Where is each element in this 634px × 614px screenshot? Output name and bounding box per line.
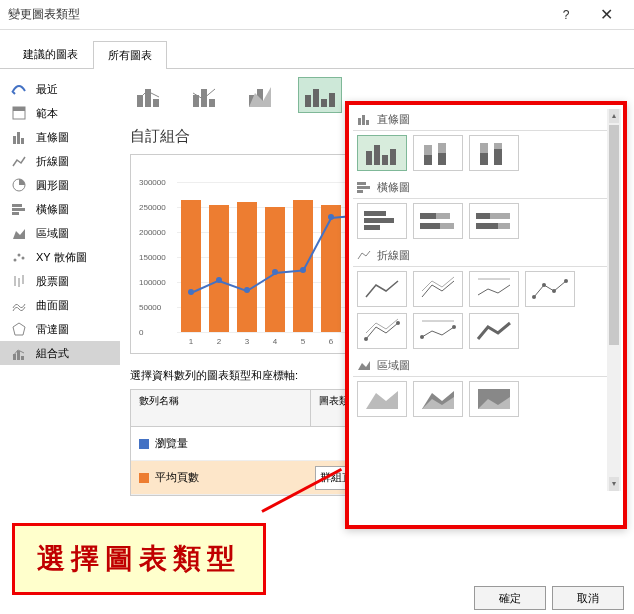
chart-option-area[interactable] — [357, 381, 407, 417]
sidebar-item-label: 折線圖 — [36, 154, 69, 169]
svg-rect-36 — [366, 151, 372, 165]
chart-option-100stacked-line[interactable] — [469, 271, 519, 307]
combo-subtype-1[interactable] — [130, 77, 174, 113]
sidebar-item-combo[interactable]: 組合式 — [0, 341, 120, 365]
scroll-up-icon[interactable]: ▴ — [609, 109, 619, 123]
scrollbar-thumb[interactable] — [609, 125, 619, 345]
sidebar-item-column[interactable]: 直條圖 — [0, 125, 120, 149]
chart-option-stacked-line-markers[interactable] — [357, 313, 407, 349]
svg-rect-31 — [321, 99, 327, 107]
tab-all[interactable]: 所有圖表 — [93, 41, 167, 69]
sidebar-item-surface[interactable]: 曲面圖 — [0, 293, 120, 317]
svg-rect-52 — [364, 218, 394, 223]
dropdown-scrollbar[interactable]: ▴ ▾ — [607, 109, 621, 491]
sidebar-item-label: 橫條圖 — [36, 202, 69, 217]
chart-option-stacked-bar[interactable] — [413, 203, 463, 239]
chart-option-line-markers[interactable] — [525, 271, 575, 307]
cancel-button[interactable]: 取消 — [552, 586, 624, 610]
svg-rect-18 — [17, 351, 20, 360]
bar-chart-icon — [10, 201, 28, 217]
svg-point-69 — [452, 325, 456, 329]
area-chart-icon — [357, 359, 371, 373]
bar-chart-icon — [357, 181, 371, 195]
help-button[interactable]: ? — [546, 1, 586, 29]
chart-option-stacked-line[interactable] — [413, 271, 463, 307]
ok-button[interactable]: 確定 — [474, 586, 546, 610]
dropdown-group-label: 直條圖 — [377, 112, 410, 127]
chart-option-clustered-column[interactable] — [357, 135, 407, 171]
svg-rect-39 — [390, 149, 396, 165]
sidebar-item-label: 曲面圖 — [36, 298, 69, 313]
combo-subtype-custom[interactable] — [298, 77, 342, 113]
svg-rect-55 — [420, 213, 436, 219]
chart-option-100stacked-line-markers[interactable] — [413, 313, 463, 349]
svg-rect-32 — [329, 93, 335, 107]
svg-point-67 — [396, 321, 400, 325]
sidebar-item-label: 區域圖 — [36, 226, 69, 241]
chart-option-100stacked-column[interactable] — [469, 135, 519, 171]
series-color-swatch — [139, 473, 149, 483]
chart-option-3d-line[interactable] — [469, 313, 519, 349]
svg-rect-8 — [12, 212, 19, 215]
svg-rect-49 — [357, 186, 370, 189]
pie-chart-icon — [10, 177, 28, 193]
svg-point-12 — [22, 257, 25, 260]
svg-rect-51 — [364, 211, 386, 216]
svg-marker-9 — [13, 229, 25, 239]
sidebar-item-templates[interactable]: 範本 — [0, 101, 120, 125]
column-chart-icon — [10, 129, 28, 145]
sidebar-item-line[interactable]: 折線圖 — [0, 149, 120, 173]
svg-rect-45 — [480, 153, 488, 165]
svg-point-68 — [420, 335, 424, 339]
svg-rect-35 — [366, 120, 369, 125]
scroll-down-icon[interactable]: ▾ — [609, 477, 619, 491]
svg-rect-25 — [209, 99, 215, 107]
surface-chart-icon — [10, 297, 28, 313]
series-name-label: 瀏覽量 — [155, 436, 188, 451]
svg-rect-37 — [374, 145, 380, 165]
svg-point-64 — [552, 289, 556, 293]
sidebar-item-bar[interactable]: 橫條圖 — [0, 197, 120, 221]
sidebar-item-label: 範本 — [36, 106, 58, 121]
sidebar-item-label: 圓形圖 — [36, 178, 69, 193]
svg-rect-6 — [12, 204, 22, 207]
svg-rect-38 — [382, 155, 388, 165]
svg-rect-1 — [13, 107, 25, 111]
svg-rect-30 — [313, 89, 319, 107]
sidebar-item-scatter[interactable]: XY 散佈圖 — [0, 245, 120, 269]
combo-chart-icon — [10, 345, 28, 361]
svg-point-66 — [364, 337, 368, 341]
svg-rect-50 — [357, 190, 363, 193]
svg-rect-57 — [420, 223, 440, 229]
stock-chart-icon — [10, 273, 28, 289]
svg-point-10 — [14, 259, 17, 262]
sidebar-item-label: 組合式 — [36, 346, 69, 361]
sidebar-item-area[interactable]: 區域圖 — [0, 221, 120, 245]
annotation-callout: 選擇圖表類型 — [12, 523, 266, 595]
chart-option-line[interactable] — [357, 271, 407, 307]
series-color-swatch — [139, 439, 149, 449]
tab-recommended[interactable]: 建議的圖表 — [8, 40, 93, 68]
chart-option-100stacked-bar[interactable] — [469, 203, 519, 239]
svg-point-62 — [532, 295, 536, 299]
svg-point-11 — [18, 254, 21, 257]
svg-point-65 — [564, 279, 568, 283]
combo-subtype-3[interactable] — [242, 77, 286, 113]
sidebar-item-label: XY 散佈圖 — [36, 250, 87, 265]
sidebar-item-recent[interactable]: 最近 — [0, 77, 120, 101]
chart-option-100stacked-area[interactable] — [469, 381, 519, 417]
sidebar-item-pie[interactable]: 圓形圖 — [0, 173, 120, 197]
dropdown-group-label: 區域圖 — [377, 358, 410, 373]
sidebar-item-label: 直條圖 — [36, 130, 69, 145]
svg-marker-71 — [358, 361, 370, 370]
close-button[interactable]: ✕ — [586, 1, 626, 29]
svg-rect-47 — [494, 149, 502, 165]
sidebar-item-radar[interactable]: 雷達圖 — [0, 317, 120, 341]
svg-rect-43 — [438, 153, 446, 165]
chart-option-clustered-bar[interactable] — [357, 203, 407, 239]
area-chart-icon — [10, 225, 28, 241]
combo-subtype-2[interactable] — [186, 77, 230, 113]
sidebar-item-stock[interactable]: 股票圖 — [0, 269, 120, 293]
chart-option-stacked-column[interactable] — [413, 135, 463, 171]
chart-option-stacked-area[interactable] — [413, 381, 463, 417]
